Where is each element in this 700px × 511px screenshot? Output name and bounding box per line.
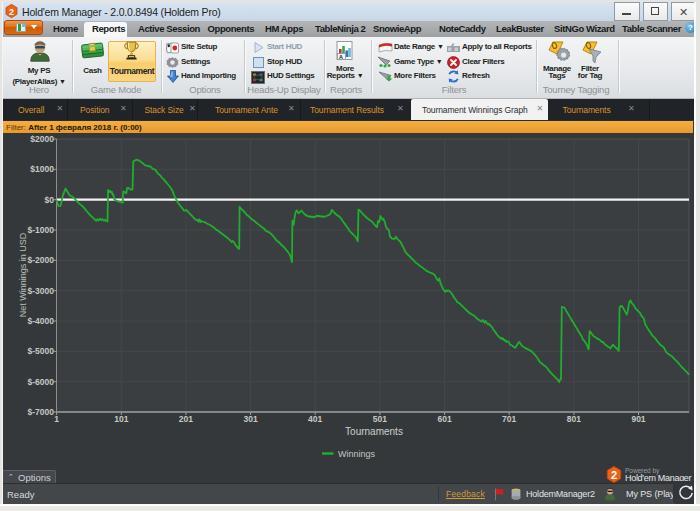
svg-text:$-2000: $-2000 — [28, 255, 55, 265]
svg-text:$-1000: $-1000 — [28, 225, 55, 235]
svg-text:$1000: $1000 — [30, 164, 54, 174]
svg-text:701: 701 — [502, 414, 516, 424]
svg-text:301: 301 — [244, 414, 258, 424]
svg-text:$-6000: $-6000 — [28, 377, 55, 387]
svg-text:$2000: $2000 — [30, 134, 54, 144]
svg-text:$-5000: $-5000 — [28, 346, 55, 356]
svg-text:601: 601 — [438, 414, 452, 424]
svg-text:901: 901 — [631, 414, 645, 424]
svg-text:801: 801 — [567, 414, 581, 424]
svg-text:1: 1 — [54, 414, 59, 424]
svg-text:Winnings: Winnings — [338, 449, 376, 459]
svg-text:$-3000: $-3000 — [28, 286, 55, 296]
svg-text:2: 2 — [611, 469, 617, 481]
svg-text:$0: $0 — [45, 195, 55, 205]
svg-text:501: 501 — [373, 414, 387, 424]
svg-text:Net Winnings in USD: Net Winnings in USD — [18, 232, 28, 317]
svg-text:$-7000: $-7000 — [28, 407, 55, 417]
svg-text:101: 101 — [114, 414, 128, 424]
svg-text:$-4000: $-4000 — [28, 316, 55, 326]
svg-text:401: 401 — [308, 414, 322, 424]
svg-text:201: 201 — [179, 414, 193, 424]
svg-text:Tournaments: Tournaments — [345, 426, 403, 437]
